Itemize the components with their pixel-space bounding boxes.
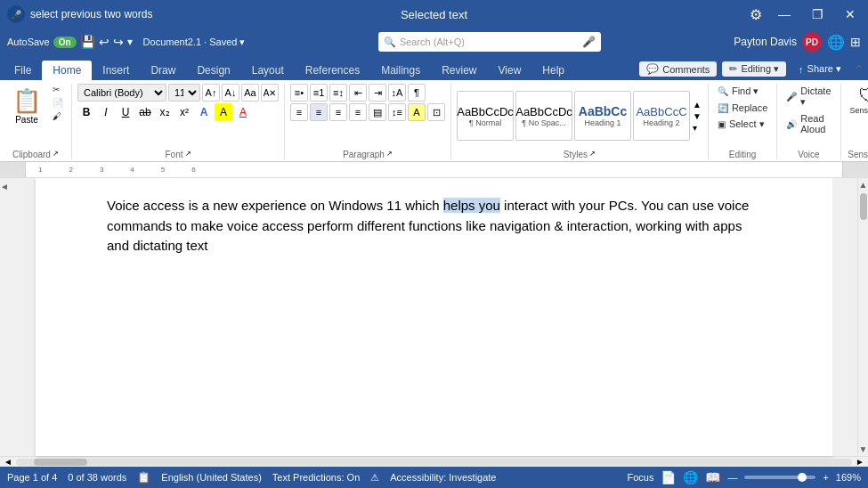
font-size-select[interactable]: 11 [168,84,200,102]
editing-button[interactable]: ✏ Editing ▾ [722,61,786,77]
numbering-button[interactable]: ≡1 [310,84,328,102]
close-button[interactable]: ✕ [840,7,861,21]
line-spacing-button[interactable]: ↕≡ [388,103,406,121]
bold-button[interactable]: B [77,103,95,121]
font-expand-icon[interactable]: ↗ [185,150,191,158]
clipboard-expand-icon[interactable]: ↗ [53,150,59,158]
scroll-up-button[interactable]: ▲ [857,178,868,191]
show-marks-button[interactable]: ¶ [408,84,426,102]
tab-help[interactable]: Help [531,61,575,80]
comments-button[interactable]: 💬 Comments [639,61,717,77]
strikethrough-button[interactable]: ab [136,103,154,121]
accessibility-status[interactable]: Accessibility: Investigate [390,472,496,483]
qa-undo-icon[interactable]: ↩ [99,35,110,49]
styles-scroll-down[interactable]: ▼ [692,110,702,122]
tab-references[interactable]: References [295,61,370,80]
share-button[interactable]: ↑ Share ▾ [791,61,848,77]
text-effect-button[interactable]: A [195,103,213,121]
horizontal-scrollbar[interactable] [16,459,852,466]
shading-button[interactable]: A [408,103,426,121]
zoom-level[interactable]: 169% [836,472,861,483]
immersive-reader-icon[interactable]: 📖 [705,470,720,484]
tab-review[interactable]: Review [431,61,487,80]
styles-scroll-up[interactable]: ▲ [692,99,702,110]
italic-button[interactable]: I [97,103,115,121]
scroll-down-button[interactable]: ▼ [857,443,868,456]
find-button[interactable]: 🔍 Find ▾ [714,84,762,99]
view-switch-icon[interactable]: ⊞ [850,35,861,49]
qa-redo-icon[interactable]: ↪ [113,35,124,49]
tab-view[interactable]: View [488,61,532,80]
underline-button[interactable]: U [117,103,134,121]
styles-expand-icon[interactable]: ↗ [589,150,596,158]
justify-button[interactable]: ≡ [349,103,367,121]
tab-mailings[interactable]: Mailings [370,61,431,80]
autosave-toggle[interactable]: On [53,37,77,48]
zoom-slider[interactable] [744,476,815,479]
align-center-button[interactable]: ≡ [310,103,328,121]
align-left-button[interactable]: ≡ [290,103,308,121]
column-button[interactable]: ▤ [369,103,386,121]
scroll-left-icon[interactable]: ◄ [0,182,9,191]
styles-expand[interactable]: ▾ [692,122,702,134]
hscroll-thumb[interactable] [34,459,87,466]
paragraph-expand-icon[interactable]: ↗ [386,150,393,158]
tab-draw[interactable]: Draw [140,61,186,80]
select-button[interactable]: ▣ Select ▾ [714,117,768,132]
dictate-button[interactable]: 🎤 Dictate ▾ [783,84,834,110]
sort-button[interactable]: ↕A [388,84,406,102]
language[interactable]: English (United States) [161,472,262,483]
focus-button[interactable]: Focus [627,472,653,483]
tab-home[interactable]: Home [42,61,92,80]
style-heading-2[interactable]: AaBbCcC Heading 2 [633,91,690,141]
zoom-out-button[interactable]: — [727,472,737,483]
tab-design[interactable]: Design [186,61,240,80]
restore-button[interactable]: ❐ [807,7,829,21]
font-name-select[interactable]: Calibri (Body) [77,84,166,102]
qa-save-icon[interactable]: 💾 [80,35,95,49]
decrease-indent-button[interactable]: ⇤ [349,84,367,102]
borders-button[interactable]: ⊡ [427,103,445,121]
settings-icon[interactable]: ⚙ [750,6,762,23]
copy-button[interactable]: 📄 [50,97,66,109]
style-normal[interactable]: AaBbCcDc ¶ Normal [457,91,514,141]
increase-indent-button[interactable]: ⇥ [369,84,386,102]
font-shrink-button[interactable]: A↓ [222,84,239,102]
read-aloud-button[interactable]: 🔊 Read Aloud [783,111,834,136]
style-no-spacing[interactable]: AaBbCcDc ¶ No Spac... [515,91,572,141]
font-color-button[interactable]: A [234,103,252,121]
print-layout-icon[interactable]: 📄 [661,470,676,484]
qa-more-icon[interactable]: ▾ [127,36,133,48]
web-layout-icon[interactable]: 🌐 [683,470,698,484]
font-grow-button[interactable]: A↑ [202,84,220,102]
font-case-button[interactable]: Aa [241,84,259,102]
multilevel-list-button[interactable]: ≡↕ [329,84,347,102]
hscroll-left-button[interactable]: ◄ [0,457,16,467]
ruler-main[interactable]: 1 2 3 4 5 6 [25,162,843,177]
scroll-thumb[interactable] [860,193,867,220]
clear-format-button[interactable]: A✕ [261,84,279,102]
tab-insert[interactable]: Insert [92,61,140,80]
microphone-icon[interactable]: 🎤 [582,36,596,48]
align-right-button[interactable]: ≡ [329,103,347,121]
tab-file[interactable]: File [4,61,42,80]
text-highlight-button[interactable]: A [215,103,232,121]
sensitivity-button[interactable]: 🛡 Sensitivity [847,84,868,117]
paste-button[interactable]: 📋 Paste [5,84,48,128]
subscript-button[interactable]: x₂ [156,103,174,121]
format-painter-button[interactable]: 🖌 [50,110,66,122]
hscroll-right-button[interactable]: ► [852,457,868,467]
ribbon-expand-icon[interactable]: ⌃ [854,62,868,77]
vertical-scrollbar[interactable]: ▲ ▼ [857,178,868,456]
bullets-button[interactable]: ≡• [290,84,308,102]
replace-button[interactable]: 🔄 Replace [714,101,771,115]
superscript-button[interactable]: x² [175,103,193,121]
user-avatar[interactable]: PD [802,32,822,52]
document-page[interactable]: Voice access is a new experience on Wind… [36,178,832,456]
zoom-in-button[interactable]: + [823,472,828,483]
cut-button[interactable]: ✂ [50,84,66,95]
search-bar[interactable]: 🔍 Search (Alt+Q) 🎤 [378,32,601,52]
tab-layout[interactable]: Layout [241,61,295,80]
style-heading-1[interactable]: AaBbCc Heading 1 [574,91,631,141]
minimize-button[interactable]: — [773,7,796,21]
